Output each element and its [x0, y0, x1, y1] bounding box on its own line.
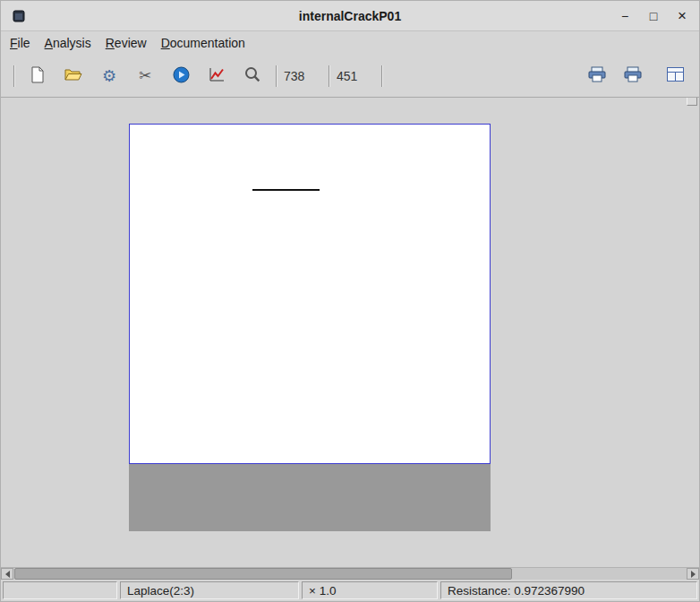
menu-file-label: ile [18, 36, 30, 50]
menu-analysis-mnemonic: A [45, 36, 53, 50]
new-file-button[interactable] [24, 63, 51, 90]
menu-file-mnemonic: F [10, 36, 18, 50]
right-triangle-icon [691, 571, 696, 578]
scroll-left-button[interactable] [1, 568, 13, 580]
toolbar-separator [329, 65, 329, 87]
status-panel-resistance: Resistance: 0.972367990 [440, 581, 697, 599]
drawing-area[interactable] [1, 98, 699, 567]
scroll-track[interactable] [13, 568, 687, 580]
scroll-thumb[interactable] [14, 568, 512, 580]
statusbar: Laplace(2:3) × 1.0 Resistance: 0.9723679… [1, 580, 699, 601]
maximize-button[interactable]: □ [645, 9, 662, 23]
width-field[interactable] [284, 69, 321, 83]
scissors-icon: ✂ [139, 68, 151, 83]
app-window: internalCrackP01 − □ × File Analysis Rev… [0, 0, 700, 602]
plot-button[interactable] [203, 63, 230, 90]
play-circle-icon [173, 66, 190, 86]
menu-review-mnemonic: R [106, 36, 115, 50]
toolbar-separator [276, 65, 277, 87]
menu-review[interactable]: Review [100, 33, 152, 53]
export-right-button[interactable] [619, 63, 646, 90]
base-rect [129, 464, 491, 531]
open-folder-icon [64, 67, 82, 84]
window-title: internalCrackP01 [1, 9, 699, 23]
domain-rect [129, 124, 491, 464]
toolbar: ⚙ ✂ [1, 55, 699, 98]
left-triangle-icon [5, 571, 10, 578]
settings-button[interactable]: ⚙ [96, 63, 123, 90]
status-panel-scale: × 1.0 [302, 581, 438, 599]
printer-export-icon [588, 66, 606, 85]
grid-panel-icon [667, 67, 684, 84]
toolbar-separator [13, 65, 14, 87]
titlebar: internalCrackP01 − □ × [1, 1, 699, 31]
scroll-right-button[interactable] [687, 568, 699, 580]
printer-export-icon [624, 66, 642, 85]
crack-line [252, 189, 320, 191]
menu-file[interactable]: File [4, 33, 36, 53]
toolbar-separator [381, 65, 382, 87]
magnifier-icon [244, 66, 260, 85]
status-panel-solver: Laplace(2:3) [120, 581, 299, 599]
menu-analysis-label: nalysis [53, 36, 91, 50]
zoom-button[interactable] [239, 63, 266, 90]
menu-documentation[interactable]: Documentation [156, 33, 251, 53]
window-controls: − □ × [617, 1, 690, 30]
menu-analysis[interactable]: Analysis [39, 33, 97, 53]
grid-panel-button[interactable] [662, 63, 688, 90]
height-field[interactable] [337, 69, 374, 83]
new-file-icon [30, 66, 45, 86]
status-panel-empty [3, 581, 117, 599]
cut-button[interactable]: ✂ [132, 63, 158, 90]
minimize-button[interactable]: − [617, 9, 633, 23]
menu-review-label: eview [115, 36, 147, 50]
menu-documentation-label: ocumentation [170, 36, 245, 50]
splitter-grip[interactable] [687, 98, 697, 106]
export-left-button[interactable] [584, 63, 610, 90]
gear-icon: ⚙ [102, 68, 116, 84]
run-button[interactable] [167, 63, 194, 90]
menubar: File Analysis Review Documentation [1, 31, 699, 55]
close-button[interactable]: × [674, 7, 690, 25]
open-file-button[interactable] [60, 63, 87, 90]
menu-documentation-mnemonic: D [161, 36, 170, 50]
line-chart-icon [209, 67, 226, 85]
horizontal-scrollbar[interactable] [1, 567, 699, 580]
